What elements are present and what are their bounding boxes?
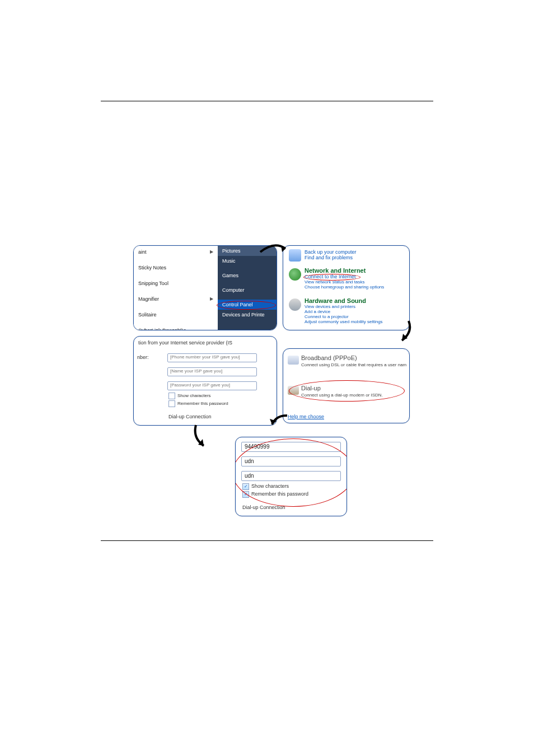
document-page: aint▶ Sticky Notes Snipping Tool Magnifi… <box>0 0 534 756</box>
start-right-music[interactable]: Music <box>218 256 277 266</box>
filled-show-chars[interactable]: ✓Show characters <box>242 483 289 490</box>
field-phone[interactable]: [Phone number your ISP gave you] <box>167 353 257 362</box>
option-dialup-sub: Connect using a dial-up modem or ISDN. <box>301 393 383 398</box>
filled-username[interactable]: udn <box>241 456 341 466</box>
field-password[interactable]: [Password your ISP gave you] <box>167 381 257 390</box>
connection-name-value: Dial-up Connection <box>168 414 212 419</box>
hardware-category: Hardware and Sound View devices and prin… <box>305 297 383 324</box>
start-menu-left: aint▶ Sticky Notes Snipping Tool Magnifi… <box>134 246 218 330</box>
start-right-control-panel[interactable]: Control Panel <box>218 300 277 310</box>
start-menu-right: Pictures Music Games Computer Control Pa… <box>218 246 277 330</box>
form-heading: tion from your Internet service provider… <box>134 337 277 347</box>
link-mobility[interactable]: Adjust commonly used mobility settings <box>305 319 383 324</box>
option-broadband-sub: Connect using DSL or cable that requires… <box>301 362 406 367</box>
link-connect-internet[interactable]: Connect to the Internet <box>305 274 384 279</box>
link-homegroup[interactable]: Choose homegroup and sharing options <box>305 284 384 290</box>
start-right-games[interactable]: Games <box>218 270 277 281</box>
link-devices-printers[interactable]: View devices and printers <box>305 304 383 309</box>
start-item-cyberlink[interactable]: CyberLink Power2Go <box>134 325 218 330</box>
network-category: Network and Internet Connect to the Inte… <box>305 267 384 290</box>
filled-conn-name: Dial-up Connection <box>242 505 285 510</box>
hardware-icon <box>289 298 301 311</box>
start-menu-screenshot: aint▶ Sticky Notes Snipping Tool Magnifi… <box>133 245 277 330</box>
broadband-icon <box>288 356 299 365</box>
filled-remember[interactable]: ✓Remember this password <box>242 491 308 498</box>
start-item-magnifier[interactable]: Magnifier▶ <box>134 294 218 304</box>
start-item-paint[interactable]: aint▶ <box>134 247 218 257</box>
link-add-device[interactable]: Add a device <box>305 309 383 314</box>
page-rule-bottom <box>101 540 433 541</box>
network-icon <box>289 268 301 281</box>
filled-form-screenshot: 94490999 Di udn udn ✓Show characters ✓Re… <box>235 437 347 516</box>
label-number: nber: <box>137 354 149 360</box>
page-rule-top <box>101 101 433 101</box>
dialup-form-screenshot: tion from your Internet service provider… <box>133 336 277 426</box>
control-panel-screenshot: Back up your computer Find and fix probl… <box>283 245 410 330</box>
option-broadband[interactable]: Broadband (PPPoE) <box>301 354 357 361</box>
field-username[interactable]: [Name your ISP gave you] <box>167 367 257 376</box>
system-category: Back up your computer Find and fix probl… <box>305 249 357 260</box>
link-backup[interactable]: Back up your computer <box>305 249 357 255</box>
start-item-snipping-tool[interactable]: Snipping Tool <box>134 278 218 288</box>
connection-options-screenshot: Broadband (PPPoE) Connect using DSL or c… <box>283 348 410 423</box>
link-help-choose[interactable]: Help me choose <box>288 414 324 419</box>
start-right-computer[interactable]: Computer <box>218 285 277 295</box>
filled-phone[interactable]: 94490999 <box>241 442 341 452</box>
filled-password[interactable]: udn <box>241 471 341 481</box>
start-item-solitaire[interactable]: Solitaire <box>134 310 218 320</box>
dialup-icon <box>288 386 299 395</box>
option-dialup[interactable]: Dial-up <box>301 385 321 391</box>
network-title[interactable]: Network and Internet <box>305 267 384 274</box>
hardware-title[interactable]: Hardware and Sound <box>305 297 383 304</box>
link-view-status[interactable]: View network status and tasks <box>305 279 384 284</box>
arrow-4 <box>190 422 213 450</box>
start-right-pictures[interactable]: Pictures <box>218 246 277 256</box>
link-fix-problems[interactable]: Find and fix problems <box>305 255 357 260</box>
link-projector[interactable]: Connect to a projector <box>305 314 383 319</box>
checkbox-show-chars[interactable]: Show characters <box>168 393 211 399</box>
start-right-devices[interactable]: Devices and Printe <box>218 310 277 320</box>
start-item-sticky-notes[interactable]: Sticky Notes <box>134 263 218 273</box>
system-icon <box>289 249 301 262</box>
checkbox-remember[interactable]: Remember this password <box>168 400 228 407</box>
